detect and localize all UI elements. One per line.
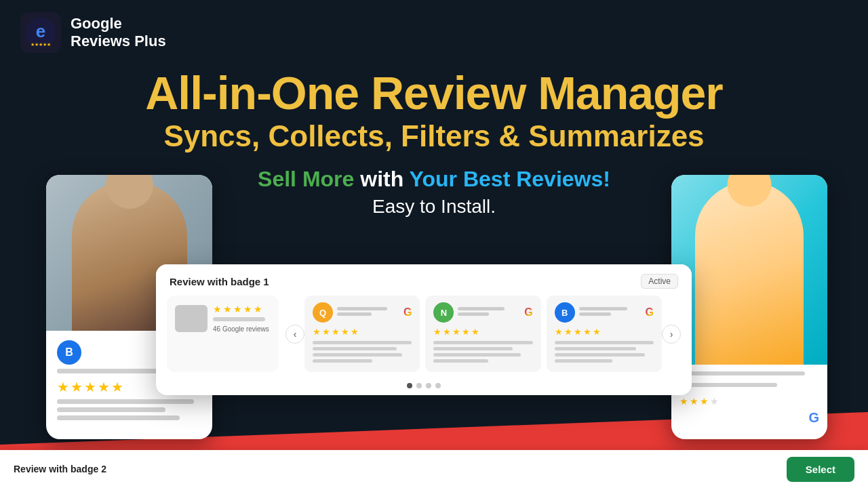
rt-3-1 bbox=[555, 341, 654, 344]
carousel-left-arrow[interactable]: ‹ bbox=[285, 325, 304, 344]
headline-main: All-in-One Review Manager bbox=[0, 68, 868, 119]
summary-count-text: 46 Google reviews bbox=[213, 325, 271, 333]
star-2: ★ bbox=[71, 379, 83, 395]
reviewer-avatar-q: Q bbox=[313, 302, 333, 323]
widget-title: Review with badge 1 bbox=[170, 276, 269, 287]
right-stars-row: ★ ★ ★ ★ bbox=[679, 396, 819, 407]
reviewer-name-lines-3 bbox=[579, 307, 642, 318]
rt-2-2 bbox=[433, 347, 513, 350]
app-header: e ★★★★★ Google Reviews Plus bbox=[0, 0, 186, 65]
summary-card: ★ ★ ★ ★ ★ 46 Google reviews bbox=[167, 296, 279, 372]
rev-card-header-3: B G bbox=[555, 302, 654, 323]
rn-1-2 bbox=[337, 312, 372, 316]
headline-sub: Syncs, Collects, Filters & Summarizes bbox=[0, 119, 868, 155]
review-card-1: Q G ★ ★ ★ ★ ★ bbox=[304, 296, 420, 372]
svg-text:e: e bbox=[36, 21, 45, 41]
active-badge: Active bbox=[641, 274, 678, 289]
summary-thumbnail bbox=[175, 305, 208, 332]
rs-2-4: ★ bbox=[462, 327, 470, 337]
rt-1-2 bbox=[313, 347, 397, 350]
rev-stars-2: ★ ★ ★ ★ ★ bbox=[433, 327, 532, 337]
r-star-2: ★ bbox=[690, 396, 698, 407]
summary-info: ★ ★ ★ ★ ★ 46 Google reviews bbox=[213, 304, 271, 333]
rs-3-1: ★ bbox=[555, 327, 563, 337]
rn-1-1 bbox=[337, 307, 387, 310]
reviewer-name-lines-2 bbox=[458, 307, 520, 318]
headline-section: All-in-One Review Manager Syncs, Collect… bbox=[0, 68, 868, 218]
bottom-bar: Review with badge 2 Select bbox=[0, 450, 868, 488]
right-card-content: ★ ★ ★ ★ G bbox=[671, 365, 827, 432]
rs-2-2: ★ bbox=[443, 327, 451, 337]
reviewer-avatar-b: B bbox=[555, 302, 575, 323]
review-widget: Review with badge 1 Active ★ ★ ★ ★ ★ 46 … bbox=[156, 264, 692, 395]
widget-topbar: Review with badge 1 Active bbox=[156, 264, 692, 296]
best-reviews-text: Your Best Reviews! bbox=[410, 167, 610, 191]
rev-card-header-2: N G bbox=[433, 302, 532, 323]
google-g-icon: G bbox=[808, 410, 819, 426]
carousel-right-arrow[interactable]: › bbox=[662, 325, 681, 344]
ss-4: ★ bbox=[243, 304, 252, 314]
app-name: Google Reviews Plus bbox=[71, 15, 166, 51]
google-icon-1: G bbox=[403, 306, 412, 319]
summary-count-line bbox=[213, 317, 265, 321]
sell-more-text: Sell More bbox=[258, 167, 354, 191]
rs-2-3: ★ bbox=[452, 327, 460, 337]
select-button[interactable]: Select bbox=[787, 457, 854, 482]
r-star-3: ★ bbox=[700, 396, 709, 407]
ss-3: ★ bbox=[233, 304, 242, 314]
rs-2-5: ★ bbox=[471, 327, 479, 337]
with-text: with bbox=[360, 167, 409, 191]
rs-3-2: ★ bbox=[564, 327, 572, 337]
avatar: B bbox=[57, 340, 81, 365]
review-card-3: B G ★ ★ ★ ★ ★ bbox=[547, 296, 662, 372]
rn-2-1 bbox=[458, 307, 505, 310]
reviewer-name-line bbox=[57, 369, 172, 373]
google-icon-3: G bbox=[646, 306, 654, 319]
star-4: ★ bbox=[98, 379, 110, 395]
rt-2-3 bbox=[433, 353, 521, 357]
star-1: ★ bbox=[57, 379, 69, 395]
ss-2: ★ bbox=[223, 304, 232, 314]
reviewer-avatar-n: N bbox=[433, 302, 454, 323]
rn-2-2 bbox=[458, 312, 489, 316]
review-text-line-3 bbox=[57, 415, 180, 420]
summary-row: ★ ★ ★ ★ ★ 46 Google reviews bbox=[175, 304, 271, 333]
carousel-dots bbox=[156, 379, 692, 395]
dot-4[interactable] bbox=[435, 383, 441, 388]
rs-3-5: ★ bbox=[593, 327, 601, 337]
review-text-line-1 bbox=[57, 399, 194, 404]
ss-5: ★ bbox=[254, 304, 262, 314]
rs-1-1: ★ bbox=[313, 327, 321, 337]
svg-text:★★★★★: ★★★★★ bbox=[31, 42, 51, 47]
app-logo-icon: e ★★★★★ bbox=[20, 12, 61, 53]
rev-stars-1: ★ ★ ★ ★ ★ bbox=[313, 327, 412, 337]
cards-row: Q G ★ ★ ★ ★ ★ bbox=[304, 296, 662, 372]
summary-stars: ★ ★ ★ ★ ★ bbox=[213, 304, 271, 314]
dot-1[interactable] bbox=[407, 383, 412, 388]
easy-install-text: Easy to Install. bbox=[0, 196, 868, 218]
rs-1-2: ★ bbox=[322, 327, 330, 337]
r-star-1: ★ bbox=[679, 396, 688, 407]
rs-3-4: ★ bbox=[583, 327, 591, 337]
star-5: ★ bbox=[111, 379, 123, 395]
review-text-line-2 bbox=[57, 407, 165, 412]
rn-3-1 bbox=[579, 307, 628, 310]
review-cards-area: ★ ★ ★ ★ ★ 46 Google reviews ‹ Q bbox=[156, 296, 692, 379]
rt-1-4 bbox=[313, 359, 372, 363]
rt-2-4 bbox=[433, 359, 488, 363]
rt-3-2 bbox=[555, 347, 636, 350]
rev-stars-3: ★ ★ ★ ★ ★ bbox=[555, 327, 654, 337]
r-star-4: ★ bbox=[710, 396, 719, 407]
rt-3-3 bbox=[555, 353, 645, 357]
ss-1: ★ bbox=[213, 304, 222, 314]
rn-3-2 bbox=[579, 312, 612, 316]
sell-more-line: Sell More with Your Best Reviews! bbox=[0, 167, 868, 192]
dot-3[interactable] bbox=[426, 383, 431, 388]
reviewer-name-lines-1 bbox=[337, 307, 399, 318]
rs-3-3: ★ bbox=[574, 327, 582, 337]
rc-line-2 bbox=[679, 383, 777, 387]
rs-2-1: ★ bbox=[433, 327, 441, 337]
dot-2[interactable] bbox=[416, 383, 422, 388]
rt-1-1 bbox=[313, 341, 412, 344]
rev-card-header-1: Q G bbox=[313, 302, 412, 323]
